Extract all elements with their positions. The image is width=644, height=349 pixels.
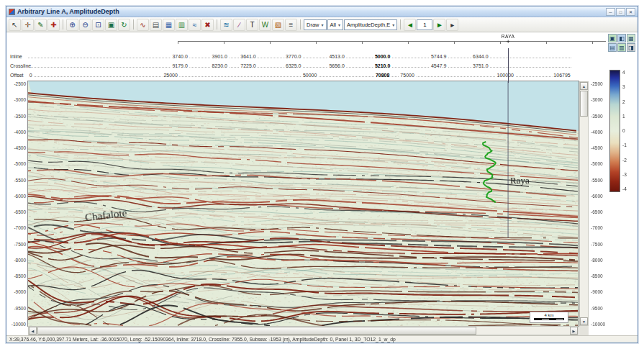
axis-tick-value: 3740.0: [171, 54, 189, 59]
fit-view-icon[interactable]: ▣: [105, 19, 117, 31]
grid-view-icon[interactable]: ▦: [627, 34, 635, 42]
table-view-icon[interactable]: ▤: [608, 43, 617, 52]
axis-tick-value: 106795: [552, 73, 571, 78]
vertical-scroll-thumb[interactable]: [580, 91, 588, 117]
depth-tick-label: -6500: [591, 209, 603, 214]
minimize-button[interactable]: ─: [606, 8, 615, 16]
depth-tick-label: -4500: [14, 145, 26, 150]
erase-pick-icon[interactable]: ✖: [201, 19, 214, 31]
axis-tick-value: 5744.9: [430, 54, 448, 59]
settings-icon[interactable]: ≡: [285, 19, 297, 31]
next-panel-icon[interactable]: ►: [433, 19, 445, 31]
fault-pick-icon[interactable]: ∕: [233, 19, 245, 31]
play-animation-icon[interactable]: ▸: [446, 19, 458, 31]
depth-tick-label: -8500: [591, 273, 603, 278]
density-display-icon[interactable]: ▤: [150, 19, 162, 31]
depth-tick-label: -4000: [591, 130, 603, 135]
layers-icon[interactable]: ▥: [176, 19, 188, 31]
grid-icon[interactable]: ▦: [163, 19, 175, 31]
colorbar-tick-label: -4: [622, 186, 627, 191]
axis-ticks: 3740.03901.03641.03770.04513.05000.05744…: [28, 53, 579, 62]
depth-tick-label: -3500: [591, 114, 603, 119]
refresh-icon[interactable]: ↻: [118, 19, 130, 31]
depth-tick-label: -3500: [14, 114, 26, 119]
axis-row-label: Inline: [10, 54, 22, 59]
palette-view-icon[interactable]: ▥: [617, 43, 626, 52]
main-toolbar: ↖✛✎✚⊕⊖⊡▣↻∿▤▦▥≈✖≋∕TW▧≡Draw▾All▾AmplitudeD…: [6, 17, 638, 32]
scale-label: 4 km: [544, 313, 553, 317]
close-button[interactable]: ✕: [626, 8, 635, 16]
horizontal-scrollbar[interactable]: ◀ ▶: [28, 326, 579, 335]
scroll-right-button[interactable]: ▶: [570, 327, 578, 335]
wiggle-display-icon[interactable]: ∿: [137, 19, 149, 31]
well-tick-icon: +: [492, 39, 524, 45]
depth-tick-label: -4000: [14, 130, 26, 135]
depth-axis-left: -2500-3000-3500-4000-4500-5000-5500-6000…: [6, 81, 27, 326]
scrollbar-corner: [579, 326, 589, 335]
axis-row-offset: Offset025000500007080875000100000106795: [6, 71, 638, 81]
colorbar-tick-label: -3: [622, 172, 627, 177]
scale-bar-line: [534, 318, 564, 320]
colorbar-tick-label: 1: [622, 114, 625, 119]
axis-tick-value: 3770.0: [284, 54, 302, 59]
depth-tick-label: -7500: [591, 242, 603, 247]
zoom-out-icon[interactable]: ⊖: [79, 19, 91, 31]
depth-tick-label: -8500: [14, 273, 26, 278]
well-display-icon[interactable]: W: [259, 19, 271, 31]
seismic-canvas[interactable]: [28, 81, 579, 326]
text-annotation-icon[interactable]: T: [246, 19, 258, 31]
scroll-down-button[interactable]: ▼: [580, 317, 588, 325]
depth-tick-label: -2500: [591, 81, 603, 86]
toolbar-separator: [400, 19, 401, 30]
zoom-in-icon[interactable]: ⊕: [66, 19, 78, 31]
colorbar-labels: 43210-1-2-3-4: [622, 70, 635, 192]
titlebar[interactable]: Arbitrary Line A, AmplitudeDepth ─ □ ✕: [6, 6, 638, 17]
colorbar-tick-label: 0: [622, 128, 625, 133]
select-arrow-icon[interactable]: ↖: [9, 19, 21, 31]
horizontal-scroll-thumb[interactable]: [37, 327, 476, 335]
toolbar-separator: [133, 19, 134, 30]
depth-tick-label: -5000: [591, 161, 603, 166]
depth-tick-label: -8000: [591, 258, 603, 263]
visibility-filter-dropdown[interactable]: All▾: [327, 19, 343, 30]
horizon-track-icon[interactable]: ≋: [220, 19, 232, 31]
axis-ticks: 9179.08230.07225.06325.05656.05210.04547…: [28, 62, 579, 71]
attribute-dropdown[interactable]: AmplitudeDepth,E▾: [344, 19, 397, 30]
depth-tick-label: -3000: [591, 97, 603, 102]
depth-tick-label: -9500: [14, 306, 26, 311]
chevron-down-icon: ▾: [392, 22, 394, 27]
axis-tick-value: 8230.0: [211, 63, 229, 68]
axis-tick-value: 25000: [162, 73, 178, 78]
axis-tick-value: 0: [28, 73, 34, 78]
pin-view-icon[interactable]: ◨: [627, 43, 635, 52]
scroll-left-button[interactable]: ◀: [29, 327, 37, 335]
vertical-scrollbar[interactable]: ▲ ▼: [579, 81, 589, 326]
well-marker-raya[interactable]: RAYA +: [492, 34, 524, 45]
depth-tick-label: -10000: [12, 322, 26, 327]
scroll-up-button[interactable]: ▲: [580, 82, 588, 90]
draw-mode-dropdown[interactable]: Draw▾: [304, 19, 327, 30]
maximize-button[interactable]: □: [616, 8, 625, 16]
axis-tick-value: 4547.9: [430, 63, 448, 68]
capture-view-icon[interactable]: ▣: [608, 34, 617, 42]
zoom-window-icon[interactable]: ⊡: [92, 19, 104, 31]
depth-tick-label: -8000: [14, 258, 26, 263]
toolbar-separator: [300, 19, 301, 30]
previous-panel-icon[interactable]: ◄: [404, 19, 416, 31]
status-bar: X:39,376.46, Y:6,000,397.71 Meters, Lat:…: [6, 335, 638, 343]
annotation-raya[interactable]: Raya: [510, 175, 530, 186]
axis-tick-value: 5000.0: [373, 54, 391, 59]
panel-number-input[interactable]: 1: [417, 19, 432, 30]
well-stem-line: [508, 48, 509, 83]
pick-cross-icon[interactable]: ✚: [47, 19, 60, 31]
depth-tick-label: -7000: [14, 225, 26, 230]
axis-tick-value: 100000: [496, 73, 515, 78]
pan-hand-icon[interactable]: ✛: [22, 19, 34, 31]
seismic-view[interactable]: Chafalote Raya 4 km: [28, 81, 579, 326]
flatten-horizon-icon[interactable]: ≈: [189, 19, 201, 31]
axis-tick-value: 3901.0: [211, 54, 229, 59]
split-view-icon[interactable]: ◧: [617, 34, 626, 42]
app-icon: [9, 9, 15, 15]
edit-pencil-icon[interactable]: ✎: [35, 19, 47, 31]
color-palette-icon[interactable]: ▧: [272, 19, 284, 31]
